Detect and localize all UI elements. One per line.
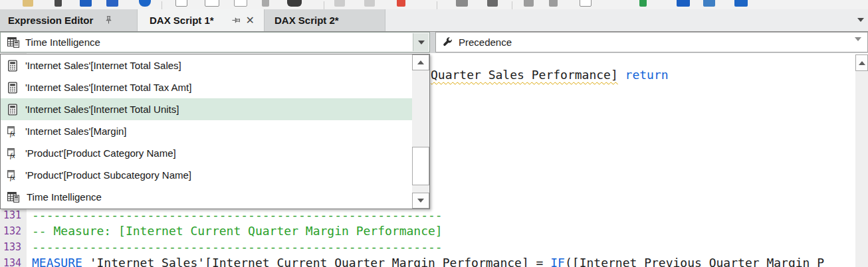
toolbar-icon[interactable] xyxy=(234,0,247,7)
toolbar-icon[interactable] xyxy=(580,0,592,7)
scroll-up-icon[interactable] xyxy=(855,54,868,71)
calculation-group-table-icon xyxy=(7,37,20,48)
toolbar-icon[interactable] xyxy=(677,0,690,7)
scroll-down-icon[interactable] xyxy=(412,193,429,209)
toolbar-icon[interactable] xyxy=(205,0,219,7)
tab-dax-script-2[interactable]: DAX Script 2* xyxy=(265,9,385,31)
property-selector-combobox[interactable]: Precedence xyxy=(435,32,868,52)
property-selector-dropdown-icon[interactable] xyxy=(855,41,861,53)
code-line: 131 ------------------------------------… xyxy=(0,207,855,223)
toolbar-icon[interactable] xyxy=(524,0,534,7)
calculated-column-fx-icon: fx xyxy=(7,147,19,159)
comment-text: -- Measure: [Internet Current Quarter Ma… xyxy=(32,223,443,239)
measure-calculator-icon xyxy=(7,104,19,116)
toolbar-icon[interactable] xyxy=(175,0,187,7)
wrench-icon xyxy=(442,37,453,48)
dax-editor-window: Expression Editor DAX Script 1* ✕ DAX Sc… xyxy=(0,0,868,267)
dropdown-item[interactable]: fx 'Internet Sales'[Margin] xyxy=(1,120,412,142)
toolbar-icon[interactable] xyxy=(80,0,92,7)
selector-row: Time Intelligence Precedence xyxy=(0,31,868,53)
pin-icon[interactable] xyxy=(104,15,114,25)
tab-label: DAX Script 1* xyxy=(150,15,214,26)
tab-expression-editor[interactable]: Expression Editor xyxy=(0,9,138,31)
dropdown-item-label: 'Product'[Product Subcategory Name] xyxy=(25,169,191,181)
calculated-column-fx-icon: fx xyxy=(7,126,19,137)
dropdown-item-label: 'Internet Sales'[Internet Total Units] xyxy=(25,104,179,115)
dropdown-item-label: 'Product'[Product Category Name] xyxy=(25,147,176,159)
toolbar-icon[interactable] xyxy=(487,0,498,7)
property-selector-value: Precedence xyxy=(459,37,512,48)
main-toolbar xyxy=(0,0,868,9)
toolbar-icon[interactable] xyxy=(397,0,405,7)
tab-dax-script-1[interactable]: DAX Script 1* ✕ xyxy=(138,9,265,31)
toolbar-icon[interactable] xyxy=(106,0,118,7)
measure-calculator-icon xyxy=(7,82,19,94)
line-number: 134 xyxy=(0,255,21,267)
dropdown-item[interactable]: 'Internet Sales'[Internet Total Tax Amt] xyxy=(1,76,412,98)
toolbar-icon[interactable] xyxy=(287,0,302,7)
line-number: 132 xyxy=(0,223,21,239)
line-number: 133 xyxy=(0,239,21,255)
dropdown-item-label: 'Internet Sales'[Internet Total Sales] xyxy=(25,60,181,71)
measure-calculator-icon xyxy=(7,60,19,72)
scrollbar-thumb[interactable] xyxy=(412,147,429,185)
unpin-icon[interactable] xyxy=(231,15,241,25)
dropdown-item[interactable]: fx 'Product'[Product Subcategory Name] xyxy=(1,164,412,186)
svg-text:fx: fx xyxy=(10,130,15,137)
measure-selector-dropdown-button[interactable] xyxy=(413,33,429,51)
toolbar-icon[interactable] xyxy=(262,0,269,7)
toolbar-icon[interactable] xyxy=(23,0,33,7)
toolbar-icon[interactable] xyxy=(139,0,151,7)
svg-text:fx: fx xyxy=(10,151,15,159)
document-tabbar: Expression Editor DAX Script 1* ✕ DAX Sc… xyxy=(0,9,868,31)
squiggly-underlined-text: Quarter Sales Performance] xyxy=(431,68,618,82)
keyword-return: return xyxy=(618,68,669,82)
measure-definition-text: MEASURE 'Internet Sales'[Internet Curren… xyxy=(32,255,824,267)
toolbar-icon[interactable] xyxy=(734,0,748,7)
scroll-up-icon[interactable] xyxy=(412,54,429,70)
toolbar-icon[interactable] xyxy=(549,0,558,7)
measure-dropdown-popup: 'Internet Sales'[Internet Total Sales] '… xyxy=(0,54,430,209)
measure-selector-combobox[interactable]: Time Intelligence xyxy=(0,32,430,52)
code-line: 133 ------------------------------------… xyxy=(0,239,855,255)
line-number: 131 xyxy=(0,207,21,223)
dropdown-item-label: 'Internet Sales'[Margin] xyxy=(25,126,126,137)
toolbar-icon[interactable] xyxy=(639,0,647,7)
editor-vertical-scrollbar[interactable] xyxy=(855,54,868,267)
measure-selector-value: Time Intelligence xyxy=(25,37,100,48)
dropdown-item[interactable]: Time Intelligence xyxy=(1,186,412,208)
toolbar-icon[interactable] xyxy=(703,0,715,7)
dropdown-scrollbar[interactable] xyxy=(412,54,429,209)
dropdown-item-label: 'Internet Sales'[Internet Total Tax Amt] xyxy=(25,82,191,93)
toolbar-icon[interactable] xyxy=(456,0,468,7)
code-line: 132 -- Measure: [Internet Current Quarte… xyxy=(0,223,855,239)
dropdown-item-label: Time Intelligence xyxy=(27,191,102,203)
dropdown-item[interactable]: fx 'Product'[Product Category Name] xyxy=(1,142,412,164)
calculation-group-table-icon xyxy=(7,191,20,203)
calculated-column-fx-icon: fx xyxy=(7,169,19,181)
close-tab-icon[interactable]: ✕ xyxy=(246,15,255,26)
dropdown-item-highlighted[interactable]: 'Internet Sales'[Internet Total Units] xyxy=(1,98,412,120)
comment-text: ----------------------------------------… xyxy=(32,207,443,223)
toolbar-icon[interactable] xyxy=(334,0,345,7)
tab-overflow-dropdown-icon[interactable] xyxy=(857,18,864,22)
code-line: 134 MEASURE 'Internet Sales'[Internet Cu… xyxy=(0,255,855,267)
dropdown-item[interactable]: 'Internet Sales'[Internet Total Sales] xyxy=(1,54,412,76)
toolbar-icon[interactable] xyxy=(54,0,62,7)
comment-text: ----------------------------------------… xyxy=(32,239,443,255)
toolbar-icon[interactable] xyxy=(364,0,375,7)
tab-label: Expression Editor xyxy=(8,15,93,26)
tab-label: DAX Script 2* xyxy=(274,15,339,26)
code-line-partial: Quarter Sales Performance] return xyxy=(431,67,669,83)
svg-text:fx: fx xyxy=(10,173,15,181)
